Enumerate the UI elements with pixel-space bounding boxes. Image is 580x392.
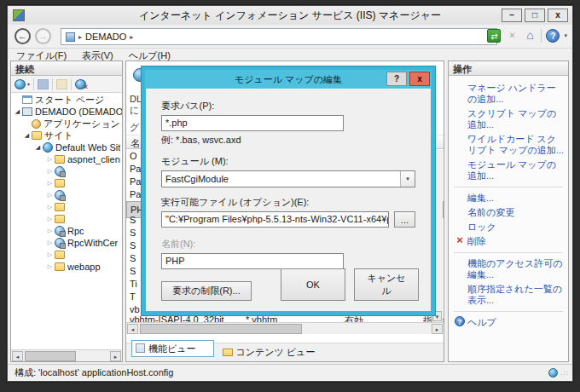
action-add-managed-handler[interactable]: マネージ ハンドラーの追加...	[452, 81, 565, 107]
dialog-title: モジュール マップの編集	[235, 73, 342, 86]
delete-connection-icon[interactable]: ×	[75, 79, 86, 89]
create-connection-icon[interactable]	[14, 79, 26, 89]
delete-badge-icon: ×	[84, 84, 88, 91]
grid-horizontal-scrollbar[interactable]: ◂ ▸	[126, 322, 444, 334]
expander-icon[interactable]	[45, 156, 55, 163]
expander-icon[interactable]	[45, 239, 55, 246]
action-rename[interactable]: 名前の変更	[452, 205, 565, 220]
expander-icon[interactable]	[13, 108, 22, 115]
tree-item-default-web-site[interactable]: Default Web Sit	[11, 141, 122, 153]
expander-icon[interactable]	[45, 180, 55, 187]
breadcrumb[interactable]: ▸ DEMADO ▸	[61, 28, 497, 45]
help-icon[interactable]: ?	[546, 29, 560, 43]
tree-item-aspnet-client[interactable]: aspnet_clien	[11, 153, 122, 165]
action-edit[interactable]: 編集...	[452, 191, 565, 205]
tree-item[interactable]	[11, 177, 122, 189]
toolbar-divider	[52, 78, 53, 90]
breadcrumb-separator-icon: ▸	[78, 33, 82, 41]
view-tabs: 機能ビュー コンテンツ ビュー	[126, 343, 444, 361]
app-pool-icon	[32, 119, 41, 129]
home-icon[interactable]: ⌂	[523, 29, 536, 43]
tree-item[interactable]	[11, 213, 122, 225]
tab-features-view[interactable]: 機能ビュー	[131, 340, 214, 357]
tree-item[interactable]	[11, 201, 122, 213]
chevron-down-icon[interactable]: ▾	[27, 81, 30, 87]
expander-icon[interactable]	[45, 216, 55, 222]
tree-item[interactable]	[11, 165, 122, 177]
module-select[interactable]: FastCgiModule ▾	[161, 170, 415, 187]
save-connection-icon	[38, 79, 49, 89]
actions-panel: 操作 マネージ ハンドラーの追加... スクリプト マップの追加... ワイルド…	[448, 61, 569, 362]
tree-item[interactable]	[11, 249, 122, 261]
request-path-input[interactable]: *.php	[161, 115, 344, 131]
expander-icon[interactable]	[45, 228, 55, 234]
scrollbar-thumb[interactable]	[25, 351, 76, 361]
executable-input[interactable]: "C:¥Program Files¥php-5.5.13-nts-Win32-V…	[161, 211, 389, 228]
feature-description-fragment: に	[130, 104, 139, 117]
action-add-script-map[interactable]: スクリプト マップの追加...	[452, 107, 565, 132]
scroll-right-icon[interactable]: ▸	[110, 351, 121, 361]
expander-icon[interactable]	[45, 251, 55, 258]
folder-icon	[55, 179, 65, 187]
close-button[interactable]: x	[548, 9, 568, 22]
scroll-left-icon[interactable]: ◂	[127, 324, 138, 334]
content-view-icon	[223, 349, 233, 356]
expander-icon[interactable]	[45, 204, 55, 210]
expander-icon[interactable]	[45, 168, 55, 175]
tree-item-webapp[interactable]: webapp	[11, 261, 122, 273]
action-help[interactable]: ?ヘルプ	[452, 315, 565, 330]
name-input[interactable]: PHP	[161, 253, 344, 269]
resize-grip[interactable]: .::	[560, 369, 569, 377]
tree-item-rpcwithcert[interactable]: RpcWithCer	[11, 237, 122, 249]
dialog-close-button[interactable]: x	[409, 72, 430, 86]
connections-tree: スタート ページ DEMADO (DEMADO¥A アプリケーション プール サ…	[11, 94, 122, 349]
breadcrumb-site[interactable]: DEMADO	[85, 32, 126, 42]
folder-icon	[55, 215, 65, 223]
action-add-module-map[interactable]: モジュール マップの追加...	[452, 158, 565, 183]
address-bar: ← → ▸ DEMADO ▸ ⇄ × ⌂ ? ▾	[8, 25, 572, 49]
expander-icon[interactable]	[22, 132, 32, 139]
edit-module-map-dialog: モジュール マップの編集 ? x 要求パス(P): *.php 例: *.bas…	[142, 66, 435, 315]
expander-icon[interactable]	[33, 144, 43, 151]
maximize-button[interactable]: □	[525, 9, 545, 22]
action-lock[interactable]: ロック	[452, 220, 565, 234]
tree-item-app-pools[interactable]: アプリケーション プール	[11, 118, 122, 130]
chevron-down-icon[interactable]: ▾	[400, 171, 415, 187]
minimize-button[interactable]: –	[502, 9, 522, 22]
tree-item-start-page[interactable]: スタート ページ	[11, 94, 122, 106]
scroll-right-icon[interactable]: ▸	[432, 324, 443, 334]
back-button[interactable]: ←	[14, 28, 31, 44]
request-path-hint: 例: *.bas, wsvc.axd	[161, 134, 415, 147]
tree-item[interactable]	[11, 189, 122, 201]
server-icon	[66, 32, 75, 42]
tree-item-server[interactable]: DEMADO (DEMADO¥A	[11, 106, 122, 118]
expander-icon[interactable]	[45, 192, 55, 199]
application-icon	[55, 226, 65, 236]
chevron-down-icon[interactable]: ▾	[564, 32, 567, 39]
status-globe-icon	[548, 368, 558, 378]
browse-button[interactable]: ...	[394, 211, 415, 228]
ok-button[interactable]: OK	[281, 268, 345, 301]
refresh-icon[interactable]: ⇄	[487, 29, 501, 43]
action-delete[interactable]: ×削除	[452, 234, 565, 249]
expander-icon[interactable]	[45, 263, 55, 270]
dialog-help-button[interactable]: ?	[386, 72, 407, 86]
feature-description-fragment: DL	[130, 94, 142, 104]
tree-horizontal-scrollbar[interactable]: ◂ ▸	[11, 349, 122, 361]
toolbar-divider	[71, 78, 72, 90]
dialog-body: 要求パス(P): *.php 例: *.bas, wsvc.axd モジュール …	[146, 89, 431, 311]
stop-icon: ×	[505, 29, 519, 43]
action-add-wildcard-script-map[interactable]: ワイルドカード スクリプト マップの追加...	[452, 132, 565, 158]
cancel-button[interactable]: キャンセル	[354, 268, 419, 301]
scrollbar-thumb[interactable]	[140, 324, 302, 334]
scroll-left-icon[interactable]: ◂	[12, 351, 23, 361]
connections-header: 接続	[11, 61, 122, 76]
tree-item-sites[interactable]: サイト	[11, 130, 122, 141]
actions-divider	[454, 252, 563, 253]
tab-content-view[interactable]: コンテンツ ビュー	[218, 344, 321, 360]
request-restrictions-button[interactable]: 要求の制限(R)...	[161, 281, 252, 301]
tree-item-rpc[interactable]: Rpc	[11, 225, 122, 237]
application-icon	[55, 238, 65, 248]
action-view-ordered-list[interactable]: 順序指定された一覧の表示...	[452, 282, 565, 308]
action-edit-feature-permissions[interactable]: 機能のアクセス許可の編集...	[452, 257, 565, 282]
